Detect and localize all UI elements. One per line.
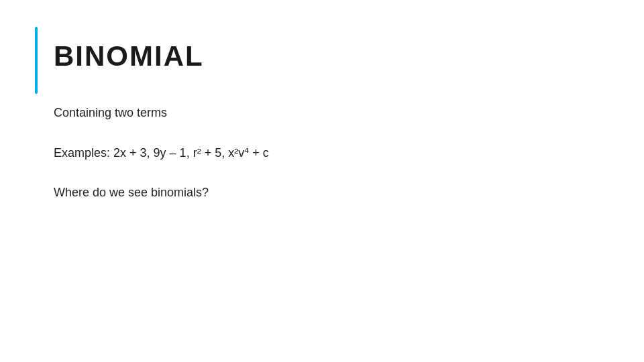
subtitle: Containing two terms <box>54 106 597 120</box>
accent-bar <box>35 27 38 94</box>
content-area: Containing two terms Examples: 2x + 3, 9… <box>54 106 597 200</box>
examples-label: Examples: <box>54 146 110 160</box>
examples-line: Examples: 2x + 3, 9y – 1, r² + 5, x²v⁴ +… <box>54 145 597 160</box>
examples-text: 2x + 3, 9y – 1, r² + 5, x²v⁴ + c <box>113 146 269 160</box>
slide-title: BINOMIAL <box>54 40 597 72</box>
question-text: Where do we see binomials? <box>54 186 597 200</box>
slide: BINOMIAL Containing two terms Examples: … <box>0 0 644 362</box>
